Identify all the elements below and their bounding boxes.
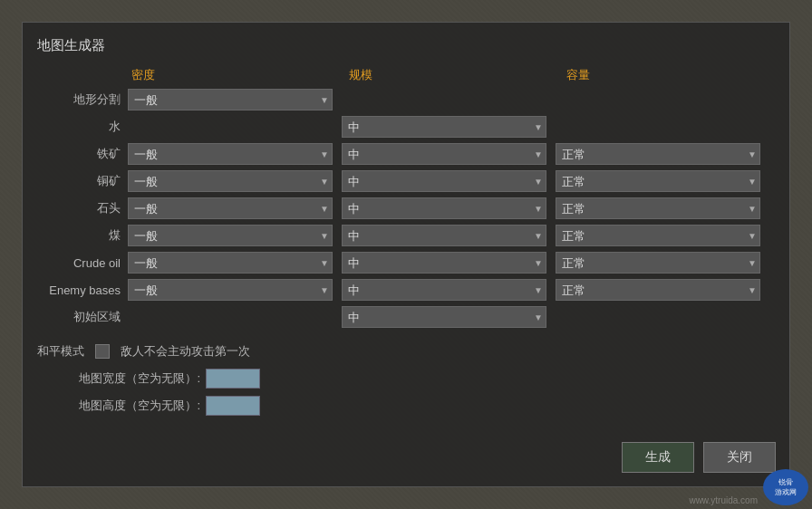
row-enemy-bases: Enemy bases 一般少多 ▼ 中小大 ▼ 正常低高 ▼ [37,277,775,303]
scale-enemy-bases-wrapper: 中小大 ▼ [342,279,546,301]
density-iron-select[interactable]: 一般少多 [128,143,333,165]
close-button[interactable]: 关闭 [703,442,776,473]
scale-stone-select[interactable]: 中小大 [342,197,546,219]
capacity-crude-oil-select[interactable]: 正常低高 [556,252,760,274]
density-enemy-bases-select[interactable]: 一般少多 [128,279,333,301]
map-width-input[interactable] [206,369,260,389]
dialog-title: 地图生成器 [37,37,775,54]
row-stone: 石头 一般少多 ▼ 中小大 ▼ 正常低高 ▼ [37,196,775,221]
peace-mode-row: 和平模式 敌人不会主动攻击第一次 [37,339,775,364]
label-coal: 煤 [37,227,128,244]
row-copper: 铜矿 一般少多 ▼ 中小大 ▼ 正常低高 ▼ [37,168,775,194]
scale-water-wrapper: 中小大 ▼ [342,116,546,138]
capacity-terrain-spacer [537,89,742,110]
row-start-area: 初始区域 中小大 ▼ [37,304,775,330]
scale-coal-wrapper: 中小大 ▼ [342,225,546,246]
density-copper-select[interactable]: 一般少多 [128,170,333,192]
capacity-copper-select[interactable]: 正常低高 [556,170,760,192]
row-crude-oil: Crude oil 一般少多 ▼ 中小大 ▼ 正常低高 ▼ [37,250,775,275]
capacity-coal-select[interactable]: 正常低高 [556,225,760,246]
scale-water-select[interactable]: 中小大 [342,116,546,138]
scale-start-area-wrapper: 中小大 ▼ [342,306,546,328]
density-coal-wrapper: 一般少多 ▼ [128,225,333,246]
density-stone-wrapper: 一般少多 ▼ [128,197,333,219]
capacity-stone-select[interactable]: 正常低高 [556,197,760,219]
density-crude-oil-wrapper: 一般少多 ▼ [128,252,333,274]
capacity-water-spacer [546,116,751,138]
row-iron: 铁矿 一般少多 ▼ 中小大 ▼ 正常低高 ▼ [37,141,775,167]
label-copper: 铜矿 [37,173,128,189]
capacity-crude-oil-wrapper: 正常低高 ▼ [556,252,760,274]
capacity-enemy-bases-select[interactable]: 正常低高 [556,279,760,301]
capacity-copper-wrapper: 正常低高 ▼ [556,170,760,192]
capacity-header: 容量 [563,67,771,83]
density-terrain-select[interactable]: 一般少多 [128,89,333,110]
scale-header: 规模 [345,67,554,83]
map-width-row: 地图宽度（空为无限）: [37,366,775,391]
capacity-iron-select[interactable]: 正常低高 [556,143,760,165]
label-terrain: 地形分割 [37,91,128,108]
density-terrain-wrapper: 一般少多 ▼ [128,89,333,110]
scale-iron-wrapper: 中小大 ▼ [342,143,546,165]
capacity-coal-wrapper: 正常低高 ▼ [556,225,760,246]
generate-button[interactable]: 生成 [622,442,694,473]
watermark: www.ytruida.com [689,495,758,505]
label-stone: 石头 [37,200,128,216]
map-height-label: 地图高度（空为无限）: [37,398,200,414]
label-start-area: 初始区域 [37,309,128,325]
row-terrain: 地形分割 一般少多 ▼ [37,87,775,112]
capacity-start-area-spacer [546,306,751,328]
label-iron: 铁矿 [37,146,128,162]
scale-stone-wrapper: 中小大 ▼ [342,197,546,219]
peace-mode-checkbox[interactable] [95,344,110,359]
row-water: 水 中小大 ▼ [37,114,775,139]
scale-coal-select[interactable]: 中小大 [342,225,546,246]
scale-terrain-spacer [333,89,537,110]
density-coal-select[interactable]: 一般少多 [128,225,333,246]
density-iron-wrapper: 一般少多 ▼ [128,143,333,165]
map-height-input[interactable] [206,396,260,416]
scale-crude-oil-wrapper: 中小大 ▼ [342,252,546,274]
density-water-spacer [128,116,333,138]
scale-iron-select[interactable]: 中小大 [342,143,546,165]
capacity-enemy-bases-wrapper: 正常低高 ▼ [556,279,760,301]
footer-buttons: 生成 关闭 [622,442,776,473]
bottom-section: 和平模式 敌人不会主动攻击第一次 地图宽度（空为无限）: 地图高度（空为无限）: [37,339,775,418]
label-crude-oil: Crude oil [37,256,128,270]
map-width-label: 地图宽度（空为无限）: [37,370,200,387]
label-water: 水 [37,119,128,135]
peace-mode-description: 敌人不会主动攻击第一次 [121,343,250,360]
scale-crude-oil-select[interactable]: 中小大 [342,252,546,274]
density-header: 密度 [128,67,336,83]
density-enemy-bases-wrapper: 一般少多 ▼ [128,279,333,301]
density-copper-wrapper: 一般少多 ▼ [128,170,333,192]
scale-start-area-select[interactable]: 中小大 [342,306,546,328]
label-enemy-bases: Enemy bases [37,283,128,297]
row-coal: 煤 一般少多 ▼ 中小大 ▼ 正常低高 ▼ [37,223,775,248]
map-height-row: 地图高度（空为无限）: [37,393,775,418]
rows-container: 地形分割 一般少多 ▼ 水 中小大 ▼ 铁矿 [37,87,775,330]
peace-mode-label: 和平模式 [37,343,84,360]
column-headers: 密度 规模 容量 [128,67,775,83]
density-crude-oil-select[interactable]: 一般少多 [128,252,333,274]
scale-enemy-bases-select[interactable]: 中小大 [342,279,546,301]
density-start-area-spacer [128,306,333,328]
capacity-stone-wrapper: 正常低高 ▼ [556,197,760,219]
scale-copper-select[interactable]: 中小大 [342,170,546,192]
scale-copper-wrapper: 中小大 ▼ [342,170,546,192]
dialog-container: 地图生成器 密度 规模 容量 地形分割 一般少多 ▼ 水 中小大 [22,22,790,487]
logo-text: 锐骨游戏网 [775,477,797,497]
density-stone-select[interactable]: 一般少多 [128,197,333,219]
capacity-iron-wrapper: 正常低高 ▼ [556,143,760,165]
site-logo: 锐骨游戏网 [763,469,808,505]
